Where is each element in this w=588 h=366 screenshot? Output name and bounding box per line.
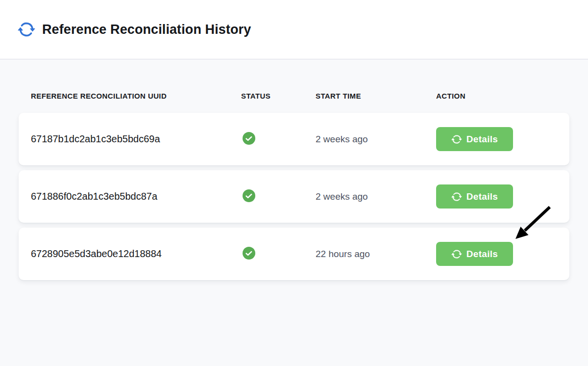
column-header-status: STATUS [241, 92, 316, 100]
start-time-value: 2 weeks ago [316, 134, 436, 145]
check-circle-icon [243, 132, 255, 145]
column-header-action: ACTION [436, 92, 569, 100]
details-button-label: Details [466, 134, 498, 145]
column-header-uuid: REFERENCE RECONCILIATION UUID [31, 92, 241, 100]
action-cell: Details [436, 127, 569, 151]
details-button[interactable]: Details [436, 242, 513, 266]
details-button[interactable]: Details [436, 184, 513, 209]
table-row: 6728905e5d3abe0e12d18884 22 hours ago De… [19, 228, 569, 280]
status-cell [241, 132, 316, 147]
action-cell: Details [436, 184, 569, 209]
details-button[interactable]: Details [436, 127, 513, 151]
reconciliation-table: REFERENCE RECONCILIATION UUID STATUS STA… [0, 59, 588, 280]
details-button-label: Details [466, 191, 498, 202]
table-row: 67187b1dc2ab1c3eb5bdc69a 2 weeks ago Det… [19, 113, 569, 165]
status-cell [241, 189, 316, 204]
uuid-value: 6728905e5d3abe0e12d18884 [31, 248, 241, 260]
table-header-row: REFERENCE RECONCILIATION UUID STATUS STA… [19, 92, 569, 100]
status-cell [241, 247, 316, 261]
start-time-value: 2 weeks ago [316, 191, 436, 202]
uuid-value: 67187b1dc2ab1c3eb5bdc69a [31, 133, 241, 145]
column-header-start-time: START TIME [316, 92, 436, 100]
sync-icon [451, 191, 462, 202]
sync-icon [451, 134, 462, 145]
sync-icon [18, 21, 35, 38]
page-title: Reference Reconciliation History [42, 22, 251, 37]
details-button-label: Details [466, 249, 498, 260]
check-circle-icon [243, 189, 255, 202]
check-circle-icon [243, 247, 255, 260]
table-row: 671886f0c2ab1c3eb5bdc87a 2 weeks ago Det… [19, 170, 569, 223]
page-header: Reference Reconciliation History [0, 0, 588, 59]
action-cell: Details [436, 242, 569, 266]
start-time-value: 22 hours ago [316, 249, 436, 260]
sync-icon [451, 249, 462, 260]
uuid-value: 671886f0c2ab1c3eb5bdc87a [31, 191, 241, 202]
